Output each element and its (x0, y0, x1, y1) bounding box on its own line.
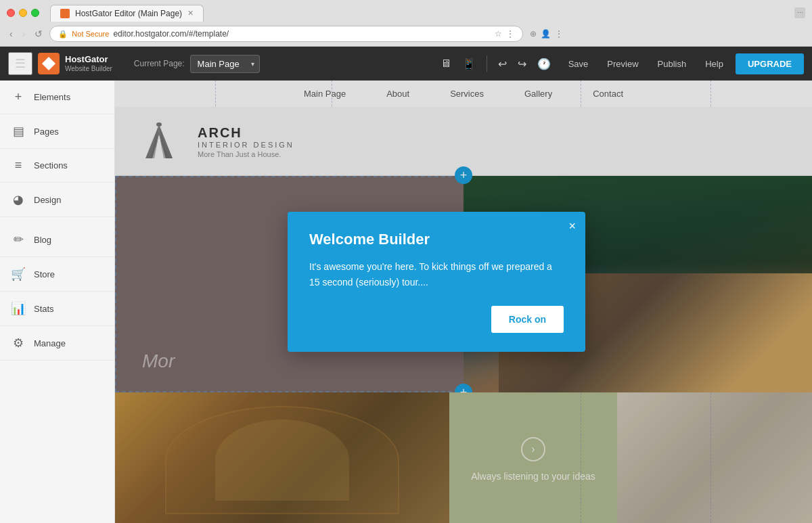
sidebar-sections-label: Sections (34, 160, 68, 170)
sidebar-item-store[interactable]: 🛒 Store (0, 257, 114, 292)
browser-titlebar: HostGator Editor (Main Page) ✕ ⋯ (0, 0, 812, 22)
toolbar-icons: 🖥 📱 ↩ ↪ 🕐 (441, 55, 551, 72)
address-right-icons: ☆ ⋮ (495, 29, 514, 39)
address-bar[interactable]: 🔒 Not Secure editor.hostgator.com/#/temp… (49, 26, 523, 42)
modal-footer: Rock on (309, 306, 564, 333)
window-resize-icon: ⋯ (794, 7, 805, 18)
modal-cta-button[interactable]: Rock on (491, 306, 564, 333)
browser-menu-icon[interactable]: ⋮ (506, 29, 514, 39)
sidebar-item-design[interactable]: ◕ Design (0, 183, 114, 217)
sidebar-item-pages[interactable]: ▤ Pages (0, 114, 114, 149)
sidebar-manage-label: Manage (34, 338, 66, 348)
browser-forward-button[interactable]: › (20, 27, 28, 41)
tab-title: HostGator Editor (Main Page) (75, 9, 182, 18)
modal-overlay: × Welcome Builder It's awesome you're he… (115, 81, 812, 523)
publish-button[interactable]: Publish (651, 55, 694, 73)
plus-icon: + (11, 90, 26, 104)
sidebar-item-sections[interactable]: ≡ Sections (0, 149, 114, 183)
not-secure-label: Not Secure (72, 30, 109, 38)
store-icon: 🛒 (11, 267, 26, 281)
modal-body: It's awesome you're here. To kick things… (309, 259, 564, 290)
star-icon[interactable]: ☆ (495, 29, 502, 39)
current-page-label: Current Page: (134, 59, 185, 68)
profile-icon[interactable]: 👤 (541, 29, 551, 39)
stats-icon: 📊 (11, 301, 26, 316)
sidebar-item-blog[interactable]: ✏ Blog (0, 223, 114, 257)
sidebar-design-label: Design (34, 195, 61, 205)
desktop-view-icon[interactable]: 🖥 (441, 58, 451, 70)
brand: HostGator Website Builder (38, 53, 112, 74)
page-select-dropdown[interactable]: Main Page (190, 55, 260, 73)
brand-logo (38, 53, 60, 74)
save-button[interactable]: Save (562, 55, 595, 73)
browser-window-controls: ⋯ (794, 7, 805, 18)
tab-close-button[interactable]: ✕ (187, 9, 194, 18)
brand-name: HostGator (65, 54, 112, 65)
pages-icon: ▤ (11, 124, 26, 139)
sidebar-store-label: Store (34, 269, 55, 279)
page-select-wrapper: Main Page ▾ (190, 55, 260, 73)
browser-back-button[interactable]: ‹ (7, 27, 16, 41)
sidebar-toggle-button[interactable]: ☰ (8, 52, 32, 75)
traffic-lights (7, 9, 39, 17)
close-window-button[interactable] (7, 9, 15, 17)
tab-favicon (60, 9, 70, 18)
brand-logo-icon (42, 57, 55, 70)
undo-icon[interactable]: ↩ (498, 58, 507, 70)
sidebar-item-elements[interactable]: + Elements (0, 81, 114, 114)
browser-addressbar: ‹ › ↺ 🔒 Not Secure editor.hostgator.com/… (0, 22, 812, 46)
welcome-modal: × Welcome Builder It's awesome you're he… (288, 212, 585, 352)
url-text: editor.hostgator.com/#/template/ (113, 29, 229, 39)
extensions-icon[interactable]: ⊕ (530, 29, 537, 39)
design-icon: ◕ (11, 192, 26, 207)
sidebar: + Elements ▤ Pages ≡ Sections ◕ Design ✏… (0, 81, 115, 523)
lock-icon: 🔒 (58, 30, 68, 39)
sidebar-stats-label: Stats (34, 304, 54, 314)
sidebar-elements-label: Elements (34, 92, 70, 102)
sidebar-item-manage[interactable]: ⚙ Manage (0, 326, 114, 361)
sidebar-pages-label: Pages (34, 127, 59, 137)
browser-chrome: HostGator Editor (Main Page) ✕ ⋯ ‹ › ↺ 🔒… (0, 0, 812, 47)
brand-text: HostGator Website Builder (65, 54, 112, 73)
upgrade-button[interactable]: UPGRADE (736, 53, 804, 74)
brand-tagline: Website Builder (65, 65, 112, 73)
blog-icon: ✏ (11, 232, 26, 247)
mobile-view-icon[interactable]: 📱 (462, 58, 476, 70)
browser-refresh-button[interactable]: ↺ (32, 27, 45, 41)
sections-icon: ≡ (11, 158, 26, 173)
browser-tabs: HostGator Editor (Main Page) ✕ (50, 5, 204, 22)
toolbar-divider (487, 55, 487, 72)
sidebar-item-stats[interactable]: 📊 Stats (0, 292, 114, 326)
canvas-area: Main Page About Services Gallery Contact (115, 81, 812, 523)
minimize-window-button[interactable] (19, 9, 27, 17)
browser-tab-active[interactable]: HostGator Editor (Main Page) ✕ (50, 5, 204, 22)
help-button[interactable]: Help (698, 55, 730, 73)
redo-icon[interactable]: ↪ (518, 58, 526, 70)
website-preview: Main Page About Services Gallery Contact (115, 81, 812, 523)
manage-icon: ⚙ (11, 336, 26, 350)
main-layout: + Elements ▤ Pages ≡ Sections ◕ Design ✏… (0, 81, 812, 523)
modal-close-button[interactable]: × (568, 220, 576, 232)
app-toolbar: ☰ HostGator Website Builder Current Page… (0, 47, 812, 81)
maximize-window-button[interactable] (31, 9, 39, 17)
settings-icon[interactable]: ⋮ (555, 29, 563, 39)
sidebar-blog-label: Blog (34, 235, 51, 245)
modal-title: Welcome Builder (309, 231, 564, 248)
preview-button[interactable]: Preview (600, 55, 645, 73)
history-icon[interactable]: 🕐 (537, 58, 551, 70)
